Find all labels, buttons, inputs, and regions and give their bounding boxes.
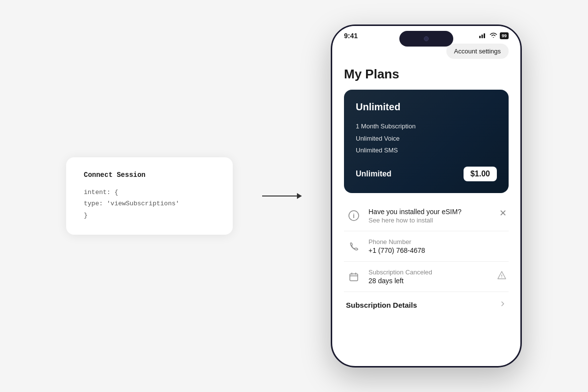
- phone-number-value: +1 (770) 768-4678: [368, 246, 507, 254]
- phone-frame: 9:41: [331, 24, 522, 368]
- plan-card: Unlimited 1 Month Subscription Unlimited…: [344, 90, 509, 193]
- phone-content: Account settings My Plans Unlimited 1 Mo…: [332, 44, 520, 354]
- account-settings-button[interactable]: Account settings: [446, 44, 509, 59]
- svg-rect-1: [481, 34, 483, 38]
- svg-point-6: [501, 277, 502, 278]
- esim-title: Have you installed your eSIM?: [368, 208, 492, 216]
- plan-feature-3: Unlimited SMS: [356, 145, 497, 157]
- plan-name: Unlimited: [356, 101, 497, 113]
- code-card: Connect Session intent: { type: 'viewSub…: [66, 157, 233, 235]
- plan-footer-name: Unlimited: [356, 170, 392, 178]
- info-icon: i: [346, 208, 362, 223]
- subscription-details-label: Subscription Details: [346, 301, 417, 309]
- subscription-details-row[interactable]: Subscription Details: [344, 292, 509, 318]
- esim-subtitle: See here how to install: [368, 217, 492, 224]
- signal-icon: [479, 32, 487, 40]
- subscription-status-content: Subscription Canceled 28 days left: [368, 269, 490, 285]
- svg-rect-0: [479, 36, 481, 38]
- code-card-title: Connect Session: [84, 171, 215, 179]
- plan-feature-2: Unlimited Voice: [356, 133, 497, 145]
- info-cards: i Have you installed your eSIM? See here…: [344, 201, 509, 318]
- esim-text: Have you installed your eSIM? See here h…: [368, 208, 492, 224]
- esim-notice: i Have you installed your eSIM? See here…: [344, 201, 509, 231]
- phone-number-label: Phone Number: [368, 238, 507, 245]
- status-bar: 9:41: [332, 26, 520, 44]
- status-icons: 99: [479, 32, 509, 40]
- wifi-icon: [490, 32, 497, 40]
- phone-number-content: Phone Number +1 (770) 768-4678: [368, 238, 507, 254]
- code-line-1: intent: {: [84, 189, 118, 196]
- arrow-line: [262, 196, 301, 196]
- plan-features: 1 Month Subscription Unlimited Voice Unl…: [356, 121, 497, 157]
- camera-dot: [424, 36, 429, 41]
- code-line-3: }: [84, 212, 88, 219]
- scene: Connect Session intent: { type: 'viewSub…: [0, 0, 588, 392]
- subscription-status-value: 28 days left: [368, 277, 490, 285]
- dynamic-island: [399, 31, 453, 47]
- code-line-2: type: 'viewSubscriptions': [84, 200, 179, 207]
- plan-price: $1.00: [464, 167, 497, 181]
- battery-icon: 99: [500, 32, 509, 39]
- svg-text:i: i: [353, 213, 354, 220]
- phone-number-row: Phone Number +1 (770) 768-4678: [344, 231, 509, 262]
- svg-rect-2: [484, 33, 485, 38]
- page-title: My Plans: [344, 67, 509, 82]
- plan-footer: Unlimited $1.00: [356, 167, 497, 181]
- code-card-body: intent: { type: 'viewSubscriptions' }: [84, 187, 215, 221]
- subscription-status-label: Subscription Canceled: [368, 269, 490, 276]
- status-time: 9:41: [344, 32, 358, 40]
- subscription-status-row: Subscription Canceled 28 days left: [344, 262, 509, 292]
- phone-icon: [346, 239, 362, 254]
- warning-icon: [497, 270, 507, 283]
- esim-close-button[interactable]: ✕: [499, 208, 507, 219]
- arrow: [262, 196, 301, 196]
- plan-feature-1: 1 Month Subscription: [356, 121, 497, 133]
- svg-rect-5: [350, 274, 358, 281]
- calendar-icon: [346, 269, 362, 285]
- chevron-right-icon: [499, 300, 507, 310]
